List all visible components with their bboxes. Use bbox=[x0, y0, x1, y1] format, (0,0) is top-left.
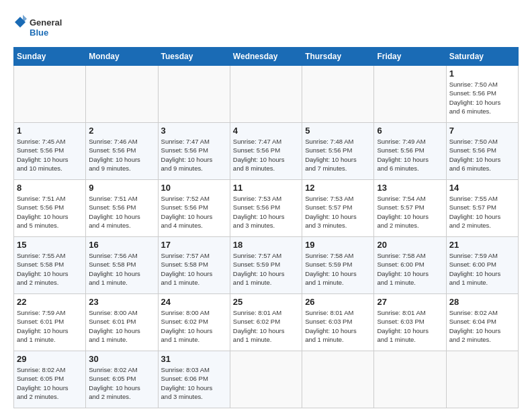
calendar-cell: 13Sunrise: 7:54 AM Sunset: 5:57 PM Dayli… bbox=[374, 180, 446, 237]
day-number: 25 bbox=[233, 297, 299, 307]
day-number: 12 bbox=[305, 183, 371, 193]
calendar-cell: 2Sunrise: 7:46 AM Sunset: 5:56 PM Daylig… bbox=[86, 123, 158, 180]
day-info: Sunrise: 7:45 AM Sunset: 5:56 PM Dayligh… bbox=[17, 137, 83, 173]
day-info: Sunrise: 7:53 AM Sunset: 5:57 PM Dayligh… bbox=[305, 194, 371, 230]
calendar-cell: 3Sunrise: 7:47 AM Sunset: 5:56 PM Daylig… bbox=[158, 123, 230, 180]
calendar-week-row: 1Sunrise: 7:50 AM Sunset: 5:56 PM Daylig… bbox=[14, 66, 519, 123]
day-info: Sunrise: 8:00 AM Sunset: 6:02 PM Dayligh… bbox=[161, 308, 227, 344]
day-info: Sunrise: 7:52 AM Sunset: 5:56 PM Dayligh… bbox=[161, 194, 227, 230]
svg-text:General: General bbox=[30, 17, 62, 28]
day-header-wednesday: Wednesday bbox=[230, 48, 302, 66]
calendar-cell bbox=[158, 66, 230, 123]
calendar-cell: 28Sunrise: 8:02 AM Sunset: 6:04 PM Dayli… bbox=[446, 294, 518, 351]
calendar-week-row: 1Sunrise: 7:45 AM Sunset: 5:56 PM Daylig… bbox=[14, 123, 519, 180]
day-number: 20 bbox=[377, 240, 443, 250]
day-number: 17 bbox=[161, 240, 227, 250]
day-number: 27 bbox=[377, 297, 443, 307]
day-number: 15 bbox=[17, 240, 83, 250]
calendar-cell: 9Sunrise: 7:51 AM Sunset: 5:56 PM Daylig… bbox=[86, 180, 158, 237]
day-info: Sunrise: 8:01 AM Sunset: 6:03 PM Dayligh… bbox=[305, 308, 371, 344]
day-number: 30 bbox=[89, 354, 154, 364]
calendar-cell: 20Sunrise: 7:58 AM Sunset: 6:00 PM Dayli… bbox=[374, 237, 446, 294]
day-info: Sunrise: 7:54 AM Sunset: 5:57 PM Dayligh… bbox=[377, 194, 443, 230]
day-info: Sunrise: 8:02 AM Sunset: 6:05 PM Dayligh… bbox=[17, 365, 83, 401]
calendar-cell bbox=[302, 351, 374, 408]
day-number: 10 bbox=[161, 183, 227, 193]
calendar-week-row: 22Sunrise: 7:59 AM Sunset: 6:01 PM Dayli… bbox=[14, 294, 519, 351]
calendar-cell: 17Sunrise: 7:57 AM Sunset: 5:58 PM Dayli… bbox=[158, 237, 230, 294]
calendar-cell: 14Sunrise: 7:55 AM Sunset: 5:57 PM Dayli… bbox=[446, 180, 518, 237]
calendar-cell bbox=[86, 66, 158, 123]
day-number: 18 bbox=[233, 240, 299, 250]
logo: General Blue bbox=[13, 13, 74, 40]
calendar-cell: 31Sunrise: 8:03 AM Sunset: 6:06 PM Dayli… bbox=[158, 351, 230, 408]
day-info: Sunrise: 8:02 AM Sunset: 6:04 PM Dayligh… bbox=[449, 308, 515, 344]
day-number: 28 bbox=[449, 297, 515, 307]
calendar-cell: 30Sunrise: 8:02 AM Sunset: 6:05 PM Dayli… bbox=[86, 351, 158, 408]
calendar-cell: 26Sunrise: 8:01 AM Sunset: 6:03 PM Dayli… bbox=[302, 294, 374, 351]
day-number: 2 bbox=[89, 126, 154, 136]
day-info: Sunrise: 7:50 AM Sunset: 5:56 PM Dayligh… bbox=[449, 80, 515, 116]
day-number: 29 bbox=[17, 354, 83, 364]
calendar-cell bbox=[14, 66, 86, 123]
day-info: Sunrise: 7:50 AM Sunset: 5:56 PM Dayligh… bbox=[449, 137, 515, 173]
day-number: 3 bbox=[161, 126, 227, 136]
day-info: Sunrise: 7:55 AM Sunset: 5:57 PM Dayligh… bbox=[449, 194, 515, 230]
day-number: 9 bbox=[89, 183, 154, 193]
calendar-cell: 23Sunrise: 8:00 AM Sunset: 6:01 PM Dayli… bbox=[86, 294, 158, 351]
day-number: 1 bbox=[17, 126, 83, 136]
day-info: Sunrise: 7:47 AM Sunset: 5:56 PM Dayligh… bbox=[161, 137, 227, 173]
day-info: Sunrise: 7:48 AM Sunset: 5:56 PM Dayligh… bbox=[305, 137, 371, 173]
calendar-cell bbox=[446, 351, 518, 408]
day-number: 21 bbox=[449, 240, 515, 250]
day-header-sunday: Sunday bbox=[14, 48, 86, 66]
calendar-cell: 25Sunrise: 8:01 AM Sunset: 6:02 PM Dayli… bbox=[230, 294, 302, 351]
day-info: Sunrise: 7:53 AM Sunset: 5:56 PM Dayligh… bbox=[233, 194, 299, 230]
day-info: Sunrise: 7:51 AM Sunset: 5:56 PM Dayligh… bbox=[89, 194, 154, 230]
calendar-cell: 4Sunrise: 7:47 AM Sunset: 5:56 PM Daylig… bbox=[230, 123, 302, 180]
calendar-cell: 11Sunrise: 7:53 AM Sunset: 5:56 PM Dayli… bbox=[230, 180, 302, 237]
day-number: 24 bbox=[161, 297, 227, 307]
day-number: 5 bbox=[305, 126, 371, 136]
calendar-cell: 18Sunrise: 7:57 AM Sunset: 5:59 PM Dayli… bbox=[230, 237, 302, 294]
day-info: Sunrise: 7:49 AM Sunset: 5:56 PM Dayligh… bbox=[377, 137, 443, 173]
day-header-monday: Monday bbox=[86, 48, 158, 66]
day-number: 19 bbox=[305, 240, 371, 250]
day-number: 6 bbox=[377, 126, 443, 136]
day-info: Sunrise: 7:47 AM Sunset: 5:56 PM Dayligh… bbox=[233, 137, 299, 173]
day-number: 8 bbox=[17, 183, 83, 193]
calendar-cell: 22Sunrise: 7:59 AM Sunset: 6:01 PM Dayli… bbox=[14, 294, 86, 351]
svg-text:Blue: Blue bbox=[30, 28, 48, 38]
calendar-cell: 24Sunrise: 8:00 AM Sunset: 6:02 PM Dayli… bbox=[158, 294, 230, 351]
day-number: 16 bbox=[89, 240, 154, 250]
day-number: 7 bbox=[449, 126, 515, 136]
page-header: General Blue bbox=[13, 13, 519, 40]
calendar-cell: 1Sunrise: 7:45 AM Sunset: 5:56 PM Daylig… bbox=[14, 123, 86, 180]
day-info: Sunrise: 7:56 AM Sunset: 5:58 PM Dayligh… bbox=[89, 251, 154, 287]
calendar-cell: 7Sunrise: 7:50 AM Sunset: 5:56 PM Daylig… bbox=[446, 123, 518, 180]
day-info: Sunrise: 7:57 AM Sunset: 5:58 PM Dayligh… bbox=[161, 251, 227, 287]
day-number: 23 bbox=[89, 297, 154, 307]
calendar-header-row: SundayMondayTuesdayWednesdayThursdayFrid… bbox=[14, 48, 519, 66]
calendar-cell: 8Sunrise: 7:51 AM Sunset: 5:56 PM Daylig… bbox=[14, 180, 86, 237]
calendar-cell: 15Sunrise: 7:55 AM Sunset: 5:58 PM Dayli… bbox=[14, 237, 86, 294]
calendar-cell: 29Sunrise: 8:02 AM Sunset: 6:05 PM Dayli… bbox=[14, 351, 86, 408]
day-header-thursday: Thursday bbox=[302, 48, 374, 66]
calendar-cell: 5Sunrise: 7:48 AM Sunset: 5:56 PM Daylig… bbox=[302, 123, 374, 180]
day-number: 13 bbox=[377, 183, 443, 193]
day-info: Sunrise: 8:01 AM Sunset: 6:02 PM Dayligh… bbox=[233, 308, 299, 344]
day-header-saturday: Saturday bbox=[446, 48, 518, 66]
day-info: Sunrise: 8:01 AM Sunset: 6:03 PM Dayligh… bbox=[377, 308, 443, 344]
calendar-week-row: 8Sunrise: 7:51 AM Sunset: 5:56 PM Daylig… bbox=[14, 180, 519, 237]
calendar-cell bbox=[374, 66, 446, 123]
calendar-cell: 10Sunrise: 7:52 AM Sunset: 5:56 PM Dayli… bbox=[158, 180, 230, 237]
calendar-cell: 19Sunrise: 7:58 AM Sunset: 5:59 PM Dayli… bbox=[302, 237, 374, 294]
calendar-cell: 12Sunrise: 7:53 AM Sunset: 5:57 PM Dayli… bbox=[302, 180, 374, 237]
calendar-week-row: 15Sunrise: 7:55 AM Sunset: 5:58 PM Dayli… bbox=[14, 237, 519, 294]
calendar-cell: 21Sunrise: 7:59 AM Sunset: 6:00 PM Dayli… bbox=[446, 237, 518, 294]
calendar-cell bbox=[374, 351, 446, 408]
day-info: Sunrise: 7:59 AM Sunset: 6:01 PM Dayligh… bbox=[17, 308, 83, 344]
calendar-week-row: 29Sunrise: 8:02 AM Sunset: 6:05 PM Dayli… bbox=[14, 351, 519, 408]
calendar-cell bbox=[302, 66, 374, 123]
calendar-cell bbox=[230, 66, 302, 123]
